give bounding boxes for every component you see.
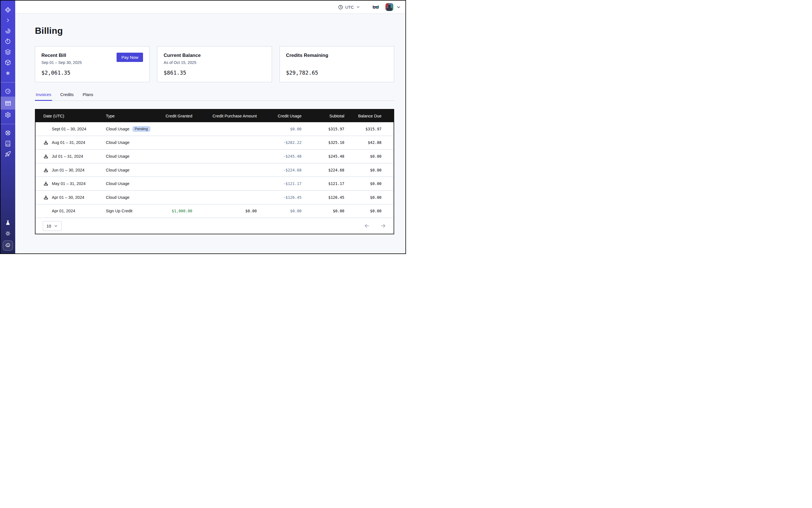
invoice-date: Apr 01 – 30, 2024 <box>52 195 106 200</box>
col-header-type: Type <box>106 114 161 118</box>
layers-icon[interactable] <box>1 47 15 57</box>
subtotal-value: $224.68 <box>302 168 344 172</box>
arrow-left-icon <box>364 223 370 229</box>
previous-page-button[interactable] <box>364 223 370 229</box>
recent-bill-title: Recent Bill <box>41 53 82 58</box>
table-row: Jun 01 – 30, 2024 Cloud Usage -$224.68 $… <box>36 163 394 177</box>
account-menu-chevron-icon[interactable] <box>396 5 401 9</box>
current-balance-card: Current Balance As of Oct 15, 2025 $861.… <box>157 46 272 82</box>
tab-invoices[interactable]: Invoices <box>35 92 52 101</box>
expand-sidebar-chevron-icon[interactable] <box>1 15 15 26</box>
theme-sun-icon[interactable] <box>1 228 15 239</box>
invoice-type: Cloud Usage <box>106 154 130 159</box>
table-row: Apr 01 – 30, 2024 Cloud Usage -$126.45 $… <box>36 190 394 204</box>
credit-granted-value: $1,000.00 <box>161 209 192 213</box>
col-header-credit-purchase: Credit Purchase Amount <box>192 114 257 118</box>
credits-remaining-amount: $29,782.65 <box>286 70 318 76</box>
invoice-date: May 01 – 31, 2024 <box>52 181 106 186</box>
sidebar-divider <box>1 124 15 124</box>
download-invoice-icon[interactable] <box>43 154 52 159</box>
invoice-type: Cloud Usage <box>106 181 130 186</box>
labs-flask-icon[interactable] <box>1 218 15 228</box>
chevron-down-icon <box>356 5 360 9</box>
page-size-value: 10 <box>46 223 51 228</box>
credit-usage-value: -$245.48 <box>257 154 302 159</box>
page-size-select[interactable]: 10 <box>43 221 62 231</box>
content: Billing Recent Bill Sep 01 – Sep 30, 202… <box>15 14 405 253</box>
chevron-down-icon <box>54 224 58 228</box>
download-invoice-icon[interactable] <box>43 140 52 145</box>
clock-icon <box>338 4 343 10</box>
recent-bill-card: Recent Bill Sep 01 – Sep 30, 2025 Pay No… <box>35 46 149 82</box>
table-row: May 01 – 31, 2024 Cloud Usage -$121.17 $… <box>36 177 394 190</box>
download-invoice-icon[interactable] <box>43 195 52 200</box>
recent-bill-period: Sep 01 – Sep 30, 2025 <box>41 60 82 65</box>
timer-icon[interactable] <box>1 36 15 47</box>
invoice-date: Apr 01, 2024 <box>52 209 106 213</box>
traces-spiral-icon[interactable] <box>1 26 15 36</box>
settings-gear-icon[interactable] <box>1 110 15 120</box>
download-invoice-icon[interactable] <box>43 181 52 186</box>
balance-due-value: $0.00 <box>344 154 382 159</box>
subtotal-value: $245.48 <box>302 154 344 159</box>
credits-remaining-card: Credits Remaining $29,782.65 <box>280 46 394 82</box>
col-header-balance-due: Balance Due <box>344 114 382 118</box>
docs-book-icon[interactable] <box>1 138 15 149</box>
app-window: $ UTC <box>0 0 406 254</box>
user-avatar[interactable] <box>385 3 393 11</box>
credit-usage-value: -$282.22 <box>257 140 302 145</box>
arrow-right-icon <box>380 223 386 229</box>
asterisk-icon[interactable] <box>1 68 15 79</box>
col-header-date: Date (UTC) <box>43 114 106 118</box>
earn-credits-button[interactable]: $ <box>3 241 13 251</box>
current-balance-title: Current Balance <box>164 53 201 58</box>
invoice-type: Cloud Usage <box>106 127 130 131</box>
svg-text:$: $ <box>7 244 8 247</box>
balance-due-value: $315.97 <box>344 127 382 131</box>
sidebar-bottom-group: $ <box>1 218 15 253</box>
subtotal-value: $325.10 <box>302 140 344 145</box>
glasses-icon[interactable] <box>372 4 379 11</box>
current-balance-asof: As of Oct 15, 2025 <box>164 60 201 65</box>
table-row: Sept 01 – 30, 2024 Cloud UsagePending $0… <box>36 122 394 136</box>
invoice-date: Aug 01 – 31, 2024 <box>52 140 106 145</box>
sidebar-item-billing[interactable] <box>1 96 15 110</box>
credit-usage-value: -$126.45 <box>257 195 302 200</box>
balance-due-value: $42.88 <box>344 140 382 145</box>
current-balance-amount: $861.35 <box>164 70 186 76</box>
credit-usage-value: -$121.17 <box>257 181 302 186</box>
table-footer: 10 <box>36 218 394 234</box>
summary-cards: Recent Bill Sep 01 – Sep 30, 2025 Pay No… <box>35 46 394 82</box>
tab-credits[interactable]: Credits <box>59 92 75 101</box>
pay-now-button[interactable]: Pay Now <box>117 53 143 62</box>
topbar: UTC <box>15 1 405 14</box>
invoice-date: Sept 01 – 30, 2024 <box>52 127 106 131</box>
sidebar: $ <box>1 1 15 253</box>
col-header-credit-usage: Credit Usage <box>257 114 302 118</box>
support-wheel-icon[interactable] <box>1 128 15 138</box>
col-header-subtotal: Subtotal <box>302 114 344 118</box>
credit-purchase-value: $0.00 <box>192 209 257 213</box>
subtotal-value: $0.00 <box>302 209 344 213</box>
status-badge: Pending <box>132 126 151 132</box>
table-header: Date (UTC) Type Credit Granted Credit Pu… <box>36 110 394 122</box>
table-row: Aug 01 – 31, 2024 Cloud Usage -$282.22 $… <box>36 136 394 150</box>
rocket-icon[interactable] <box>1 149 15 160</box>
cube-icon[interactable] <box>1 57 15 68</box>
usage-gauge-icon[interactable] <box>1 86 15 97</box>
tab-plans[interactable]: Plans <box>82 92 94 101</box>
timezone-label: UTC <box>345 5 354 9</box>
sidebar-divider <box>1 82 15 83</box>
credits-remaining-title: Credits Remaining <box>286 53 328 58</box>
next-page-button[interactable] <box>380 223 386 229</box>
subtotal-value: $121.17 <box>302 181 344 186</box>
invoice-type: Sign Up Credit <box>106 209 132 213</box>
download-invoice-icon[interactable] <box>43 168 52 173</box>
invoice-date: Jul 01 – 31, 2024 <box>52 154 106 159</box>
logo-orbit-icon[interactable] <box>1 4 15 15</box>
timezone-selector[interactable]: UTC <box>338 4 360 10</box>
credit-usage-value: -$224.68 <box>257 168 302 172</box>
credit-usage-value: $0.00 <box>257 209 302 213</box>
invoice-date: Jun 01 – 30, 2024 <box>52 168 106 172</box>
billing-tabs: Invoices Credits Plans <box>35 92 394 101</box>
